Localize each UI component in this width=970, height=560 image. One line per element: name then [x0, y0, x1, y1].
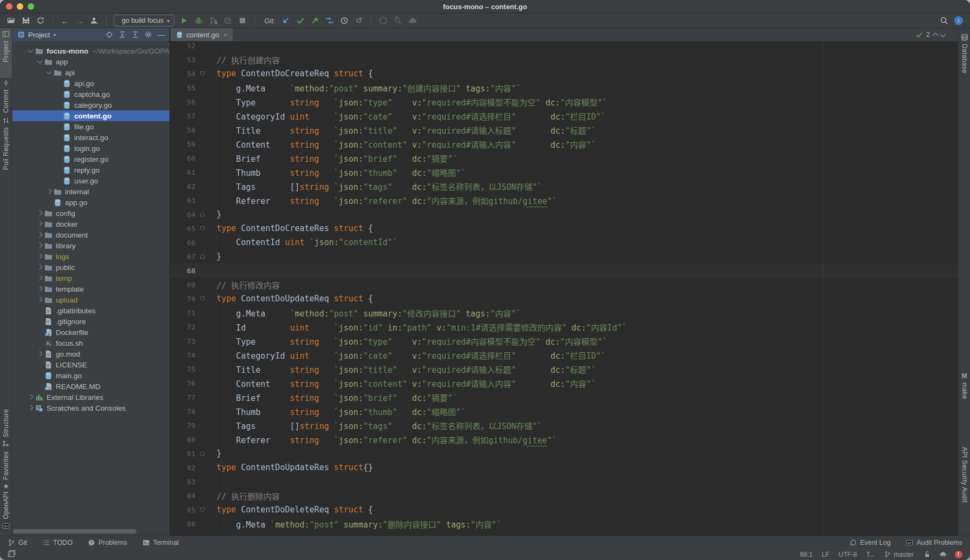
hexagon-button[interactable]	[378, 16, 388, 25]
tree-item-logs[interactable]: logs	[12, 251, 169, 262]
tree-item-category-go[interactable]: category.go	[12, 100, 169, 110]
indent-style[interactable]: T...	[866, 551, 875, 558]
code-line-62[interactable]: 62 Tags []string `json:"tags" dc:"标签名称列表…	[171, 179, 958, 193]
code-line-82[interactable]: 82type ContentDoUpdateRes struct{}	[171, 460, 958, 475]
file-encoding[interactable]: UTF-8	[838, 551, 857, 558]
fold-marker-icon[interactable]	[195, 212, 209, 217]
tree-item-document[interactable]: document	[12, 229, 169, 240]
chevron-right-icon[interactable]	[36, 212, 44, 215]
prev-problem-icon[interactable]	[932, 32, 938, 38]
chevron-right-icon[interactable]	[45, 190, 53, 193]
collapse-all-button[interactable]	[131, 31, 139, 39]
code-line-72[interactable]: 72 Id uint `json:"id" in:"path" v:"min:1…	[171, 320, 958, 334]
hide-button[interactable]: —	[157, 31, 165, 39]
tool-button-database[interactable]: Database	[959, 31, 970, 90]
code-line-67[interactable]: 67}	[171, 249, 958, 263]
tree-item-main-go[interactable]: main.go	[12, 370, 169, 381]
code-line-57[interactable]: 57 CategoryId uint `json:"cate" v:"requi…	[171, 109, 958, 123]
chevron-right-icon[interactable]	[36, 266, 44, 269]
gear-button[interactable]	[144, 31, 152, 39]
search-button[interactable]	[939, 16, 949, 25]
chevron-right-icon[interactable]	[36, 233, 44, 236]
git-rollback-button[interactable]: ↺	[354, 16, 364, 25]
tree-item-focus-sh[interactable]: focus.sh	[12, 338, 169, 348]
tool-button-structure[interactable]: Structure	[0, 407, 12, 450]
tree-item-register-go[interactable]: register.go	[12, 154, 169, 164]
tree-item-reply-go[interactable]: reply.go	[12, 164, 169, 175]
tree-item-app[interactable]: app	[12, 56, 169, 67]
tree-item-api[interactable]: api	[12, 67, 169, 78]
tree-item-scratches-and-consoles[interactable]: Scratches and Consoles	[12, 403, 169, 413]
layout-icon[interactable]	[8, 550, 16, 559]
fold-marker-icon[interactable]	[195, 71, 209, 76]
cloud-gear-status-icon[interactable]	[939, 550, 947, 558]
tool-button-pull-requests[interactable]: Pull Requests	[0, 115, 12, 180]
tree-item-api-go[interactable]: api.go	[12, 78, 169, 89]
tree-item-external-libraries[interactable]: External Libraries	[12, 392, 169, 403]
chevron-right-icon[interactable]	[36, 287, 44, 291]
git-update-button[interactable]	[281, 16, 291, 25]
profiler-button[interactable]	[223, 16, 233, 25]
tree-item-upload[interactable]: upload	[12, 294, 169, 305]
tree-item-content-go[interactable]: content.go	[12, 110, 169, 121]
project-horizontal-scrollbar[interactable]	[13, 529, 136, 533]
forward-button[interactable]: →	[75, 16, 84, 25]
fold-marker-icon[interactable]	[195, 507, 209, 512]
chevron-down-icon[interactable]	[27, 50, 35, 52]
tree-item-app-go[interactable]: app.go	[12, 197, 169, 208]
code-line-83[interactable]: 83	[171, 475, 958, 489]
tree-item-user-go[interactable]: user.go	[12, 175, 169, 186]
fold-marker-icon[interactable]	[195, 296, 209, 301]
tree-item-temp[interactable]: temp	[12, 273, 169, 284]
close-tab-icon[interactable]: ×	[224, 31, 228, 39]
tool-window-button-problems[interactable]: Problems	[88, 539, 127, 546]
tree-item-library[interactable]: library	[12, 240, 169, 251]
minimize-window-button[interactable]	[17, 3, 23, 10]
chevron-right-icon[interactable]	[27, 406, 35, 410]
git-branch-widget[interactable]: master	[884, 551, 914, 558]
inspection-widget[interactable]: 2	[915, 31, 945, 38]
fold-marker-icon[interactable]	[195, 451, 209, 456]
tree-item-dockerfile[interactable]: DDockerfile	[12, 327, 169, 338]
tool-button-openapi[interactable]: OpenAPI/API	[0, 489, 12, 532]
lock-status-icon[interactable]	[923, 550, 931, 558]
chevron-down-icon[interactable]	[36, 61, 44, 63]
code-area[interactable]: 5253// 执行创建内容54type ContentDoCreateReq s…	[171, 41, 958, 536]
git-merge-button[interactable]	[325, 16, 335, 25]
code-line-79[interactable]: 79 Tags []string `json:"tags" dc:"标签名称列表…	[171, 418, 958, 432]
chevron-down-icon[interactable]	[45, 71, 53, 74]
sync-button[interactable]	[36, 16, 45, 25]
code-line-68[interactable]: 68	[171, 263, 958, 278]
chevron-right-icon[interactable]	[36, 352, 44, 355]
code-line-65[interactable]: 65type ContentDoCreateRes struct {	[171, 221, 958, 235]
code-line-73[interactable]: 73 Type string `json:"type" v:"required#…	[171, 334, 958, 348]
tree-item-config[interactable]: config	[12, 208, 169, 219]
code-line-64[interactable]: 64}	[171, 207, 958, 221]
profile-button[interactable]	[89, 16, 99, 25]
cloud-button[interactable]	[408, 16, 417, 25]
tree-item-readme-md[interactable]: MDREADME.MD	[12, 381, 169, 392]
chevron-down-icon[interactable]: ▾	[53, 32, 56, 38]
tool-window-button-event-log[interactable]: Event Log	[849, 539, 890, 546]
code-line-80[interactable]: 80 Referer string `json:"referer" dc:"内容…	[171, 432, 958, 446]
code-line-66[interactable]: 66 ContentId uint `json:"contentId"`	[171, 235, 958, 249]
code-line-86[interactable]: 86 g.Meta `method:"post" summary:"删除内容接口…	[171, 517, 958, 531]
code-line-56[interactable]: 56 Type string `json:"type" v:"required#…	[171, 95, 958, 109]
locate-button[interactable]	[105, 31, 113, 39]
back-button[interactable]: ←	[60, 16, 70, 25]
tool-button-api-security-audit[interactable]: API Security Audit	[959, 445, 970, 546]
tree-item-go-mod[interactable]: go.mod	[12, 348, 169, 359]
tree-item-file-go[interactable]: file.go	[12, 121, 169, 132]
git-push-button[interactable]	[310, 16, 320, 25]
code-line-59[interactable]: 59 Content string `json:"content" v:"req…	[171, 137, 958, 151]
git-commit-button[interactable]	[296, 16, 305, 25]
chevron-right-icon[interactable]	[36, 222, 44, 226]
code-line-63[interactable]: 63 Referer string `json:"referer" dc:"内容…	[171, 193, 958, 207]
update-badge-button[interactable]: ↑	[954, 16, 964, 25]
tool-button-favorites[interactable]: Favorites★	[0, 449, 12, 487]
tool-window-button-audit-problems[interactable]: /APIAudit Problems	[906, 539, 962, 546]
maximize-window-button[interactable]	[28, 3, 34, 10]
tree-item-internal[interactable]: internal	[12, 186, 169, 197]
chevron-right-icon[interactable]	[36, 255, 44, 258]
tool-button-commit[interactable]: Commit	[0, 77, 12, 115]
